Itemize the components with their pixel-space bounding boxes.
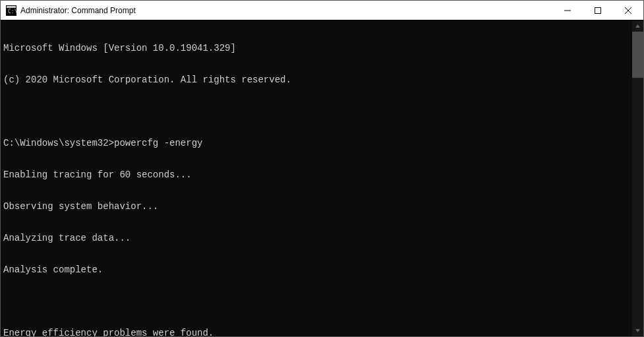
titlebar[interactable]: C:\ Administrator: Command Prompt (1, 1, 643, 20)
output-line: Observing system behavior... (3, 201, 629, 212)
output-line: (c) 2020 Microsoft Corporation. All righ… (3, 75, 629, 85)
svg-marker-9 (635, 329, 640, 332)
cmd-icon: C:\ (6, 5, 16, 16)
window-title: Administrator: Command Prompt (20, 6, 136, 15)
svg-rect-5 (595, 7, 601, 13)
close-button[interactable] (613, 1, 643, 20)
blank-line (3, 296, 629, 307)
output-line: Microsoft Windows [Version 10.0.19041.32… (3, 43, 629, 53)
prompt-line: C:\Windows\system32>powercfg -energy (3, 138, 629, 148)
output-line: Enabling tracing for 60 seconds... (3, 169, 629, 180)
output-line: Analyzing trace data... (3, 233, 629, 243)
minimize-button[interactable] (552, 1, 583, 20)
vertical-scrollbar[interactable] (632, 20, 643, 336)
output-line: Energy efficiency problems were found. (3, 328, 629, 336)
blank-line (3, 106, 629, 117)
svg-text:C:\: C:\ (8, 9, 16, 15)
terminal-output[interactable]: Microsoft Windows [Version 10.0.19041.32… (1, 20, 632, 336)
svg-marker-8 (635, 24, 640, 28)
output-line: Analysis complete. (3, 264, 629, 275)
svg-rect-1 (7, 6, 16, 8)
scroll-thumb[interactable] (632, 32, 643, 78)
terminal-area: Microsoft Windows [Version 10.0.19041.32… (1, 20, 643, 336)
window-controls (552, 1, 643, 20)
scroll-down-button[interactable] (632, 325, 643, 336)
scroll-track[interactable] (632, 32, 643, 325)
entered-command: powercfg -energy (114, 138, 202, 148)
maximize-button[interactable] (583, 1, 613, 20)
prompt-path: C:\Windows\system32> (3, 138, 114, 148)
scroll-up-button[interactable] (632, 20, 643, 32)
